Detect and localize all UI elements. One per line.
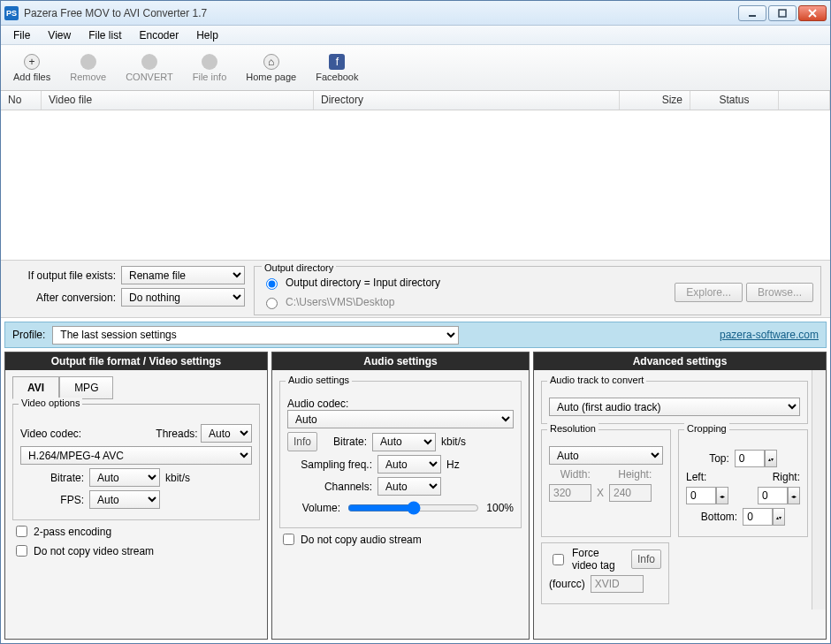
titlebar: PS Pazera Free MOV to AVI Converter 1.7: [1, 1, 830, 26]
explore-button[interactable]: Explore...: [675, 283, 743, 302]
website-link[interactable]: pazera-software.com: [720, 329, 819, 341]
audio-group-legend: Audio settings: [286, 375, 352, 385]
nocopy-video-checkbox[interactable]: [16, 545, 27, 557]
abitrate-unit: kbit/s: [441, 436, 466, 448]
browse-button[interactable]: Browse...: [746, 283, 813, 302]
track-legend: Audio track to convert: [547, 375, 646, 385]
outdir-path: C:\Users\VMS\Desktop: [286, 296, 394, 308]
menu-help[interactable]: Help: [189, 27, 225, 43]
outdir-custom-radio[interactable]: [266, 298, 278, 309]
track-select[interactable]: Auto (first audio track): [549, 398, 800, 416]
vol-label: Volume:: [287, 502, 340, 514]
advanced-panel-head: Advanced settings: [534, 352, 826, 370]
toolbar-homepage[interactable]: ⌂Home page: [239, 52, 303, 84]
toolbar-remove[interactable]: Remove: [63, 52, 113, 84]
toolbar-fileinfo[interactable]: File info: [186, 52, 234, 84]
col-video[interactable]: Video file: [42, 91, 314, 110]
samp-label: Sampling freq.:: [287, 458, 372, 471]
tab-mpg[interactable]: MPG: [59, 376, 113, 399]
crop-top-input[interactable]: [735, 450, 765, 467]
app-icon: PS: [4, 6, 19, 20]
settings-panels: Output file format / Video settings AVI …: [1, 352, 830, 643]
fourcc-input: [591, 575, 644, 593]
close-button[interactable]: [798, 5, 827, 21]
crop-bottom-input[interactable]: [743, 508, 773, 526]
toolbar: +Add files Remove CONVERT File info ⌂Hom…: [1, 45, 830, 91]
home-icon: ⌂: [263, 54, 279, 70]
force-tag-checkbox[interactable]: [553, 554, 564, 565]
menu-view[interactable]: View: [41, 27, 78, 43]
exists-select[interactable]: Rename file: [121, 266, 245, 284]
abitrate-label: Bitrate:: [323, 436, 367, 448]
audio-panel-head: Audio settings: [272, 352, 529, 370]
menu-file[interactable]: File: [6, 27, 37, 43]
video-options-legend: Video options: [19, 398, 82, 408]
after-select[interactable]: Do nothing: [121, 288, 245, 307]
dot-icon: [80, 54, 96, 70]
dot-icon: [202, 54, 217, 70]
chan-label: Channels:: [287, 481, 372, 493]
threads-select[interactable]: Auto: [201, 424, 252, 443]
nocopy-audio-checkbox[interactable]: [283, 534, 294, 545]
video-panel-head: Output file format / Video settings: [5, 352, 267, 370]
after-label: After conversion:: [10, 292, 116, 304]
samp-select[interactable]: Auto: [377, 455, 441, 474]
maximize-button[interactable]: [768, 5, 797, 21]
crop-legend: Cropping: [684, 423, 729, 434]
col-no[interactable]: No: [1, 91, 42, 110]
plus-icon: +: [24, 54, 40, 70]
menu-filelist[interactable]: File list: [81, 27, 128, 43]
tab-avi[interactable]: AVI: [12, 376, 59, 399]
col-status[interactable]: Status: [690, 91, 779, 110]
outdir-same-radio[interactable]: [266, 278, 278, 290]
profile-bar: Profile: The last session settings pazer…: [4, 322, 827, 348]
threads-label: Threads:: [156, 428, 197, 440]
nocopy-audio-label: Do not copy audio stream: [301, 534, 422, 546]
height-input: [609, 484, 652, 502]
vbitrate-select[interactable]: Auto: [89, 468, 160, 487]
output-directory-group: Output directory Output directory = Inpu…: [254, 266, 821, 315]
toolbar-facebook[interactable]: fFacebook: [309, 52, 365, 84]
chan-select[interactable]: Auto: [377, 477, 441, 496]
svg-rect-1: [779, 10, 786, 17]
spin-icon[interactable]: ◂▸: [788, 487, 800, 504]
audio-panel: Audio settings Audio settings Audio code…: [271, 352, 530, 640]
fourcc-info-button[interactable]: Info: [631, 549, 661, 569]
col-dir[interactable]: Directory: [314, 91, 620, 110]
twopass-label: 2-pass encoding: [34, 526, 111, 538]
profile-select[interactable]: The last session settings: [52, 326, 459, 345]
window-title: Pazera Free MOV to AVI Converter 1.7: [24, 7, 738, 19]
fourcc-label: (fourcc): [549, 578, 585, 590]
samp-unit: Hz: [446, 458, 460, 471]
crop-right-input[interactable]: [758, 487, 788, 504]
minimize-button[interactable]: [738, 5, 766, 21]
menu-encoder[interactable]: Encoder: [132, 27, 186, 43]
abitrate-select[interactable]: Auto: [372, 433, 436, 451]
volume-slider[interactable]: [347, 501, 479, 515]
toolbar-addfiles[interactable]: +Add files: [6, 52, 57, 84]
crop-left-input[interactable]: [686, 487, 716, 504]
outdir-legend: Output directory: [262, 262, 336, 273]
vbitrate-label: Bitrate:: [20, 472, 84, 484]
video-codec-select[interactable]: H.264/MPEG-4 AVC: [20, 446, 252, 465]
mid-options: If output file exists: Rename file After…: [1, 261, 830, 318]
scrollbar-vertical[interactable]: [812, 370, 826, 610]
col-size[interactable]: Size: [620, 91, 690, 110]
width-input: [549, 484, 591, 502]
fps-select[interactable]: Auto: [89, 490, 160, 509]
res-select[interactable]: Auto: [549, 446, 663, 465]
spin-icon[interactable]: ▴▾: [765, 450, 777, 467]
codec-label: Video codec:: [20, 428, 81, 440]
advanced-panel: Advanced settings Audio track to convert…: [533, 352, 827, 640]
file-list-header: No Video file Directory Size Status: [1, 91, 830, 110]
spin-icon[interactable]: ▴▾: [773, 508, 785, 526]
audio-codec-select[interactable]: Auto: [287, 410, 514, 428]
audio-info-button[interactable]: Info: [287, 432, 317, 451]
toolbar-convert[interactable]: CONVERT: [118, 52, 180, 84]
spin-icon[interactable]: ◂▸: [716, 487, 728, 504]
file-list-body[interactable]: [1, 110, 830, 261]
nocopy-video-label: Do not copy video stream: [34, 545, 154, 557]
fps-label: FPS:: [20, 494, 84, 506]
dot-icon: [141, 54, 157, 70]
twopass-checkbox[interactable]: [16, 526, 27, 537]
